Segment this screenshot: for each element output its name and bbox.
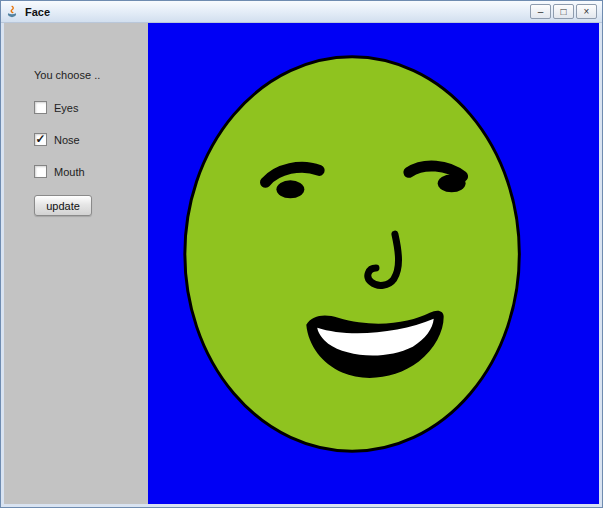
app-window: Face – □ × You choose .. ✓ Eyes	[0, 0, 603, 508]
maximize-icon: □	[560, 7, 566, 17]
left-eye	[276, 180, 304, 198]
mouth-checkbox[interactable]: ✓	[34, 165, 47, 178]
minimize-button[interactable]: –	[530, 4, 551, 19]
window-content: You choose .. ✓ Eyes ✓ Nose ✓ Mouth upda	[4, 23, 599, 504]
eyes-checkbox-label: Eyes	[54, 102, 78, 114]
right-eye	[438, 174, 466, 192]
update-button[interactable]: update	[34, 195, 92, 216]
eyes-checkbox[interactable]: ✓	[34, 101, 47, 114]
control-panel: You choose .. ✓ Eyes ✓ Nose ✓ Mouth upda	[4, 23, 148, 504]
window-controls: – □ ×	[530, 4, 598, 19]
close-button[interactable]: ×	[576, 4, 597, 19]
prompt-label: You choose ..	[34, 69, 100, 81]
face-circle	[185, 57, 520, 451]
mouth-checkbox-label: Mouth	[54, 166, 85, 178]
nose-checkbox-label: Nose	[54, 134, 80, 146]
window-title: Face	[25, 6, 50, 18]
java-app-icon	[5, 5, 19, 19]
nose-checkbox[interactable]: ✓	[34, 133, 47, 146]
title-bar[interactable]: Face – □ ×	[1, 1, 602, 23]
drawing-canvas	[148, 23, 599, 504]
checkmark-icon: ✓	[35, 133, 45, 145]
minimize-icon: –	[538, 7, 544, 17]
face-drawing	[148, 23, 599, 504]
java-cup-icon	[5, 5, 19, 19]
checkbox-row-eyes[interactable]: ✓ Eyes	[34, 101, 78, 114]
checkbox-row-mouth[interactable]: ✓ Mouth	[34, 165, 85, 178]
checkbox-row-nose[interactable]: ✓ Nose	[34, 133, 80, 146]
maximize-button[interactable]: □	[553, 4, 574, 19]
close-icon: ×	[584, 7, 590, 17]
